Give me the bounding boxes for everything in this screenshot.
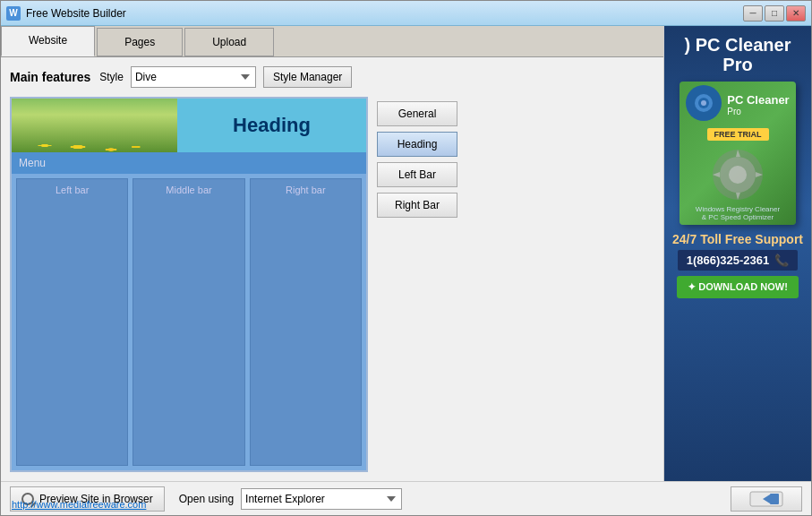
go-icon xyxy=(748,490,784,508)
ad-sidebar: ) PC Cleaner Pro PC Cleaner Pro xyxy=(663,26,811,481)
maximize-button[interactable]: □ xyxy=(765,5,784,22)
title-bar: W Free Website Builder ─ □ ✕ xyxy=(1,1,811,26)
right-bar-button[interactable]: Right Bar xyxy=(377,193,457,218)
heading-button[interactable]: Heading xyxy=(377,132,457,157)
main-window: W Free Website Builder ─ □ ✕ Website Pag… xyxy=(0,0,812,516)
close-button[interactable]: ✕ xyxy=(786,5,806,22)
bottom-right xyxy=(731,486,802,512)
preview-middle-bar: Middle bar xyxy=(132,178,244,466)
window-title: Free Website Builder xyxy=(26,7,743,20)
right-panel: General Heading Left Bar Right Bar xyxy=(377,97,457,472)
preview-heading: Heading xyxy=(177,99,366,152)
ad-box-logo xyxy=(686,85,722,121)
bottom-bar: Preview Site in Browser Open using Inter… xyxy=(1,481,811,515)
preview-right-bar: Right bar xyxy=(250,178,362,466)
ad-support-text: 24/7 Toll Free Support xyxy=(672,232,803,246)
tabs-bar: Website Pages Upload xyxy=(1,26,663,57)
title-bar-buttons: ─ □ ✕ xyxy=(743,5,806,22)
preview-menu: Menu xyxy=(12,152,366,174)
ad-content: ) PC Cleaner Pro PC Cleaner Pro xyxy=(664,26,811,481)
tab-pages[interactable]: Pages xyxy=(97,28,183,56)
center-content: Website Pages Upload Main features Style… xyxy=(1,26,663,481)
ad-phone: 1(866)325-2361 📞 xyxy=(678,250,799,271)
style-manager-button[interactable]: Style Manager xyxy=(263,66,352,88)
ad-logo-text: ) PC Cleaner Pro xyxy=(671,35,804,74)
tab-website[interactable]: Website xyxy=(1,26,95,56)
preview-canvas: Heading Menu Left bar Middle bar xyxy=(10,97,368,472)
general-button[interactable]: General xyxy=(377,101,457,126)
minimize-button[interactable]: ─ xyxy=(743,5,763,22)
ad-gear-icon xyxy=(711,148,765,202)
ad-download-button[interactable]: ✦ DOWNLOAD NOW! xyxy=(677,276,799,298)
browser-select[interactable]: Internet Explorer Firefox Chrome Edge xyxy=(241,488,402,510)
footer-link[interactable]: http://www.mediafreeware.com xyxy=(12,499,146,510)
content-panel: Main features Style Dive Classic Modern … xyxy=(1,57,663,481)
main-features-label: Main features xyxy=(10,70,90,84)
svg-rect-7 xyxy=(770,494,779,504)
preview-left-bar: Left bar xyxy=(16,178,128,466)
ad-box-title: PC Cleaner xyxy=(727,93,789,107)
style-select[interactable]: Dive Classic Modern Elegant xyxy=(131,66,256,88)
preview-header-image xyxy=(12,99,177,152)
go-button[interactable] xyxy=(731,486,802,512)
preview-header: Heading xyxy=(12,99,366,152)
ad-box: PC Cleaner Pro FREE TRIAL Windows xyxy=(680,82,796,225)
open-using-label: Open using xyxy=(179,493,234,505)
tab-upload[interactable]: Upload xyxy=(184,28,274,56)
ad-box-badge: FREE TRIAL xyxy=(707,128,769,141)
preview-columns: Left bar Middle bar Right bar xyxy=(12,174,366,470)
style-row: Main features Style Dive Classic Modern … xyxy=(10,66,654,88)
main-area: Website Pages Upload Main features Style… xyxy=(1,26,811,481)
preview-area-wrap: Heading Menu Left bar Middle bar xyxy=(10,97,654,472)
svg-point-5 xyxy=(729,166,747,184)
left-bar-button[interactable]: Left Bar xyxy=(377,162,457,187)
phone-icon: 📞 xyxy=(774,254,789,267)
ad-box-subtitle: Pro xyxy=(727,107,789,116)
style-label: Style xyxy=(99,71,124,83)
ad-box-desc1: Windows Registry Cleaner xyxy=(696,205,780,213)
app-icon: W xyxy=(6,6,21,21)
ad-box-desc2: & PC Speed Optimizer xyxy=(702,213,774,221)
svg-point-2 xyxy=(701,100,706,106)
